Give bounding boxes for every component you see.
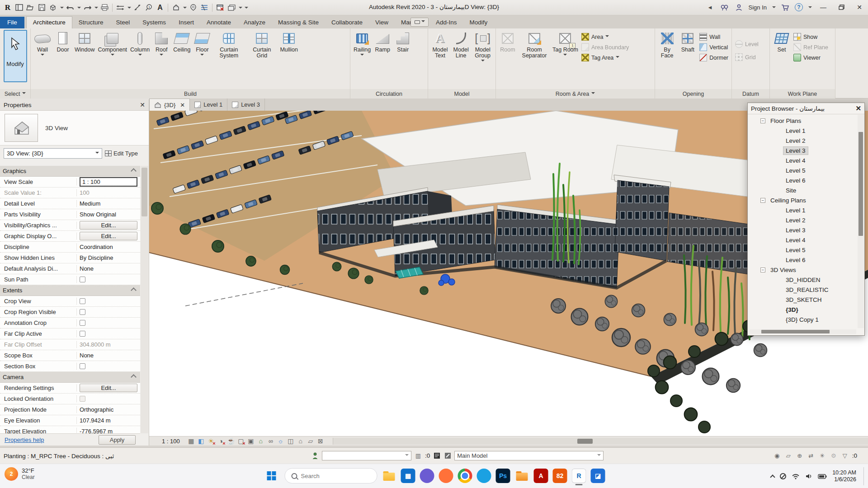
curtain-system-button[interactable]: Curtain System (212, 30, 245, 60)
property-row[interactable]: Scale Value 1: 100 (0, 188, 140, 198)
undo-icon[interactable] (65, 3, 75, 13)
browser-item[interactable]: − Floor Plans (748, 116, 857, 126)
switch-windows-dropdown-icon[interactable] (239, 7, 242, 10)
design-option-select[interactable]: Main Model (454, 451, 604, 460)
ribbon-tab[interactable]: Steel (110, 17, 137, 28)
photos-icon[interactable]: ◪ (591, 469, 605, 483)
browser-item[interactable]: − Level 1 (748, 126, 857, 136)
open-icon[interactable] (25, 3, 35, 13)
constraints-icon[interactable]: ⊠ (316, 437, 326, 446)
select-by-face-icon[interactable]: ⇄ (807, 452, 815, 460)
edge-icon[interactable] (477, 469, 491, 483)
search-help-icon[interactable] (720, 2, 730, 12)
railing-button[interactable]: Railing (352, 30, 372, 58)
restore-button[interactable] (835, 2, 848, 13)
vertical-opening-button[interactable]: Vertical (698, 43, 730, 52)
property-row[interactable]: View Scale 1 : 100 (0, 177, 140, 188)
select-panel-label[interactable]: Select (0, 89, 30, 99)
checkbox[interactable] (80, 331, 85, 337)
browser-item[interactable]: − Level 3 (748, 145, 857, 155)
ribbon-tab[interactable]: Collaborate (325, 17, 369, 28)
select-links-icon[interactable]: ◉ (773, 452, 781, 460)
redo-icon[interactable] (82, 3, 92, 13)
help-icon[interactable]: ? (795, 3, 803, 11)
browser-item[interactable]: − Level 6 (748, 255, 857, 265)
property-row[interactable]: Projection Mode Orthographic (0, 404, 140, 415)
browser-item[interactable]: − 3D_REALISTIC (748, 285, 857, 295)
type-preview[interactable] (5, 114, 38, 142)
measure-dropdown-icon[interactable] (127, 7, 131, 10)
close-inactive-windows-icon[interactable] (215, 3, 225, 13)
browser-vertical-scrollbar[interactable] (858, 115, 864, 328)
checkbox[interactable] (80, 363, 85, 369)
battery-icon[interactable] (818, 474, 827, 479)
do-not-disturb-icon[interactable] (780, 473, 786, 479)
search-input[interactable]: Search (285, 468, 377, 483)
property-row[interactable]: Target Elevation -776.5967 m (0, 426, 140, 433)
apply-button[interactable]: Apply (99, 435, 136, 445)
property-row[interactable]: Graphics (0, 166, 140, 177)
ribbon-tab[interactable]: Structure (72, 17, 110, 28)
properties-scrollbar[interactable] (141, 166, 148, 433)
documents-folder-icon[interactable] (515, 469, 529, 483)
roof-button[interactable]: Roof (151, 30, 171, 58)
close-project-browser-icon[interactable]: ✕ (855, 104, 861, 113)
viewer-button[interactable]: Viewer (792, 53, 830, 62)
model-group-button[interactable]: [ ]Model Group (472, 30, 494, 64)
browser-item[interactable]: − 3D Views (748, 265, 857, 275)
wifi-icon[interactable] (792, 473, 800, 479)
wall-opening-button[interactable]: Wall (698, 33, 730, 41)
section-icon[interactable] (188, 3, 198, 13)
worksharing-display-icon[interactable]: ⌂ (296, 437, 306, 446)
drag-on-selection-icon[interactable]: ✳ (818, 452, 826, 460)
by-face-button[interactable]: By Face (657, 30, 677, 60)
view-tab-level3[interactable]: Level 3 (227, 99, 265, 111)
collapse-icon[interactable]: − (760, 198, 765, 203)
measure-icon[interactable] (115, 3, 125, 13)
rendering-dialog-icon[interactable]: ☕ (226, 437, 236, 446)
volume-icon[interactable] (805, 473, 812, 479)
browser-horizontal-scrollbar[interactable] (750, 329, 856, 334)
checkbox[interactable] (80, 320, 85, 326)
horizontal-scrollbar[interactable] (333, 438, 868, 445)
close-properties-icon[interactable]: ✕ (140, 101, 145, 108)
ribbon-tab[interactable]: Massing & Site (272, 17, 325, 28)
revit-icon[interactable]: R (572, 469, 586, 483)
weather-widget[interactable]: 2 32°FClear (5, 467, 35, 481)
property-row[interactable]: Crop Region Visible (0, 307, 140, 318)
type-selector[interactable]: 3D View: {3D} (4, 148, 102, 159)
app-store-cart-icon[interactable] (780, 2, 790, 12)
column-button[interactable]: Column (129, 30, 151, 58)
text-icon[interactable]: A (155, 3, 165, 13)
model-line-button[interactable]: Model Line (451, 30, 472, 60)
property-row[interactable]: Sun Path (0, 274, 140, 285)
editable-only-icon[interactable]: ▥ (414, 452, 422, 460)
ribbon-tab[interactable]: File (0, 17, 24, 28)
ribbon-display-toggle[interactable] (410, 18, 429, 27)
active-only-icon[interactable] (443, 452, 452, 460)
design-options-icon[interactable] (433, 452, 441, 460)
property-row[interactable]: Extents (0, 285, 140, 296)
collapse-icon[interactable]: − (760, 118, 765, 123)
collapse-infocenter-icon[interactable]: ◂ (705, 2, 715, 12)
worksets-icon[interactable] (311, 452, 319, 460)
revit-logo-icon[interactable]: R (3, 3, 13, 13)
crop-view-icon[interactable]: ▢ (236, 437, 246, 446)
browser-item[interactable]: − {3D} Copy 1 (748, 314, 857, 324)
minimize-button[interactable]: — (816, 2, 830, 13)
photoshop-icon[interactable]: Ps (496, 469, 510, 483)
sign-in-dropdown-icon[interactable] (772, 6, 776, 10)
modify-button[interactable]: Modify (4, 30, 27, 82)
room-separator-button[interactable]: Room Separator (518, 30, 551, 60)
floor-button[interactable]: Floor (192, 30, 212, 58)
thin-lines-icon[interactable] (199, 3, 209, 13)
show-desktop-button[interactable] (863, 467, 865, 485)
close-view-icon[interactable]: ✕ (180, 102, 185, 108)
reveal-hidden-icon[interactable]: ☼ (276, 437, 286, 446)
property-row[interactable]: Crop View (0, 296, 140, 307)
property-row[interactable]: Scope Box None (0, 350, 140, 361)
property-row[interactable]: Annotation Crop (0, 318, 140, 328)
property-row[interactable]: Far Clip Offset 304.8000 m (0, 339, 140, 350)
browser-item[interactable]: − Level 5 (748, 245, 857, 255)
media-app-icon[interactable] (420, 469, 434, 483)
